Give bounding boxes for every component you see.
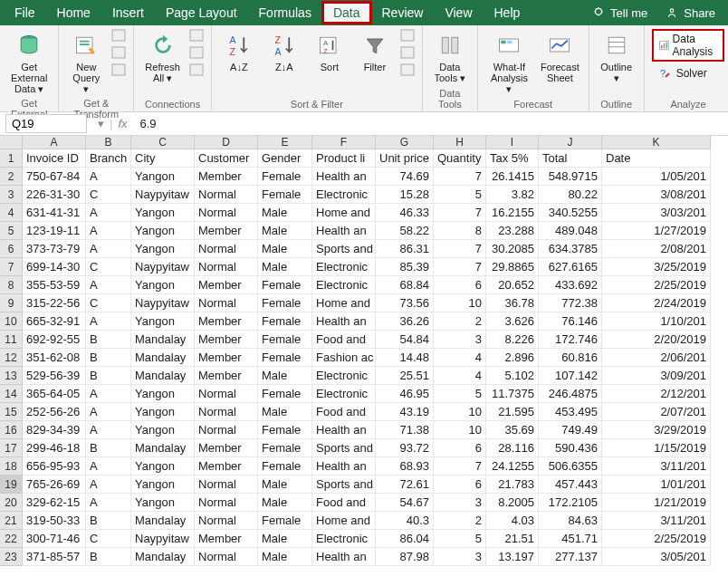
cell[interactable]: Member xyxy=(195,457,258,476)
cell[interactable]: 453.495 xyxy=(539,403,602,421)
col-header-G[interactable]: G xyxy=(376,136,434,149)
cell[interactable]: 21.51 xyxy=(486,530,539,548)
cell[interactable]: 300-71-46 xyxy=(23,530,86,548)
cell[interactable]: Food and xyxy=(312,403,376,421)
cell[interactable]: A xyxy=(86,240,131,258)
header-cell[interactable]: Customer xyxy=(195,149,258,168)
fx-icon[interactable]: fx xyxy=(118,117,127,130)
cell[interactable]: A xyxy=(86,457,131,476)
cell[interactable]: Yangon xyxy=(131,494,195,512)
cell[interactable]: 10 xyxy=(434,403,486,421)
cell[interactable]: 2/20/2019 xyxy=(602,331,711,349)
cell[interactable]: Mandalay xyxy=(131,331,195,349)
cell[interactable]: 10 xyxy=(434,421,486,439)
row-header[interactable]: 1 xyxy=(0,149,23,168)
cell[interactable]: 68.84 xyxy=(376,276,434,294)
tab-home[interactable]: Home xyxy=(46,2,101,24)
cell[interactable]: Normal xyxy=(195,240,258,258)
cell[interactable]: 29.8865 xyxy=(486,258,539,276)
cell[interactable]: B xyxy=(86,349,131,367)
cell[interactable]: 1/05/201 xyxy=(602,168,711,186)
row-header[interactable]: 15 xyxy=(0,403,23,421)
cell[interactable]: 590.436 xyxy=(539,439,602,457)
cell[interactable]: 4 xyxy=(434,367,486,385)
cell[interactable]: Electronic xyxy=(312,530,376,548)
cell[interactable]: 226-31-30 xyxy=(23,186,86,204)
cell[interactable]: 433.692 xyxy=(539,276,602,294)
solver-button[interactable]: ?Solver xyxy=(652,63,725,83)
cell[interactable]: 299-46-18 xyxy=(23,439,86,457)
cell[interactable]: Mandalay xyxy=(131,439,195,457)
cell[interactable]: Yangon xyxy=(131,476,195,494)
row-header[interactable]: 5 xyxy=(0,222,23,240)
row-header[interactable]: 6 xyxy=(0,240,23,258)
cell[interactable]: Yangon xyxy=(131,222,195,240)
cell[interactable]: Health an xyxy=(312,548,376,566)
cell[interactable]: Normal xyxy=(195,494,258,512)
cell[interactable]: 10 xyxy=(434,294,486,312)
cell[interactable]: 11.7375 xyxy=(486,385,539,403)
worksheet-grid[interactable]: ABCDEFGHIJK1Invoice IDBranchCityCustomer… xyxy=(0,136,728,566)
cell[interactable]: 36.26 xyxy=(376,312,434,331)
cell[interactable]: 46.33 xyxy=(376,204,434,222)
cell[interactable]: 7 xyxy=(434,204,486,222)
ribbon-small-links[interactable] xyxy=(189,63,204,79)
cell[interactable]: 21.783 xyxy=(486,476,539,494)
col-header-I[interactable]: I xyxy=(486,136,539,149)
cell[interactable]: Member xyxy=(195,276,258,294)
row-header[interactable]: 11 xyxy=(0,331,23,349)
row-header[interactable]: 9 xyxy=(0,294,23,312)
cell[interactable]: 529-56-39 xyxy=(23,367,86,385)
cell[interactable]: Yangon xyxy=(131,457,195,476)
row-header[interactable]: 19 xyxy=(0,476,23,494)
cell[interactable]: 2.896 xyxy=(486,349,539,367)
cell[interactable]: B xyxy=(86,512,131,530)
row-header[interactable]: 20 xyxy=(0,494,23,512)
cell[interactable]: 329-62-15 xyxy=(23,494,86,512)
cell[interactable]: Male xyxy=(258,476,312,494)
col-header-A[interactable]: A xyxy=(23,136,86,149)
cell[interactable]: 772.38 xyxy=(539,294,602,312)
cell[interactable]: 2/25/2019 xyxy=(602,276,711,294)
ribbon-btn-refresh-all-[interactable]: RefreshAll ▾ xyxy=(141,29,184,85)
cell[interactable]: 6 xyxy=(434,476,486,494)
cell[interactable]: Female xyxy=(258,186,312,204)
cell[interactable]: 86.31 xyxy=(376,240,434,258)
cell[interactable]: 123-19-11 xyxy=(23,222,86,240)
cell[interactable]: 2 xyxy=(434,512,486,530)
cell[interactable]: 73.56 xyxy=(376,294,434,312)
cell[interactable]: 58.22 xyxy=(376,222,434,240)
header-cell[interactable]: Gender xyxy=(258,149,312,168)
row-header[interactable]: 14 xyxy=(0,385,23,403)
cell[interactable]: Naypyitaw xyxy=(131,186,195,204)
cell[interactable]: C xyxy=(86,294,131,312)
cell[interactable]: 60.816 xyxy=(539,349,602,367)
cell[interactable]: 252-56-26 xyxy=(23,403,86,421)
cell[interactable]: Member xyxy=(195,439,258,457)
cell[interactable]: Female xyxy=(258,168,312,186)
cell[interactable]: Member xyxy=(195,367,258,385)
cell[interactable]: Normal xyxy=(195,403,258,421)
cell[interactable]: Yangon xyxy=(131,312,195,331)
cell[interactable]: A xyxy=(86,312,131,331)
cell[interactable]: C xyxy=(86,258,131,276)
cell[interactable]: Female xyxy=(258,421,312,439)
cell[interactable]: 750-67-84 xyxy=(23,168,86,186)
cell[interactable]: Member xyxy=(195,222,258,240)
cell[interactable]: 24.1255 xyxy=(486,457,539,476)
cell[interactable]: Male xyxy=(258,530,312,548)
cell[interactable]: Yangon xyxy=(131,168,195,186)
dropdown-icon[interactable]: ▾ xyxy=(98,117,104,130)
cell[interactable]: 36.78 xyxy=(486,294,539,312)
cell[interactable]: Normal xyxy=(195,512,258,530)
cell[interactable]: 2/07/201 xyxy=(602,403,711,421)
cell[interactable]: 5 xyxy=(434,186,486,204)
cell[interactable]: 506.6355 xyxy=(539,457,602,476)
col-header-D[interactable]: D xyxy=(195,136,258,149)
header-cell[interactable]: Invoice ID xyxy=(23,149,86,168)
tab-page-layout[interactable]: Page Layout xyxy=(155,2,248,24)
cell[interactable]: 30.2085 xyxy=(486,240,539,258)
ribbon-btn-z-a[interactable]: ZAZ↓A xyxy=(264,29,304,74)
cell[interactable]: Female xyxy=(258,276,312,294)
cell[interactable]: Female xyxy=(258,349,312,367)
